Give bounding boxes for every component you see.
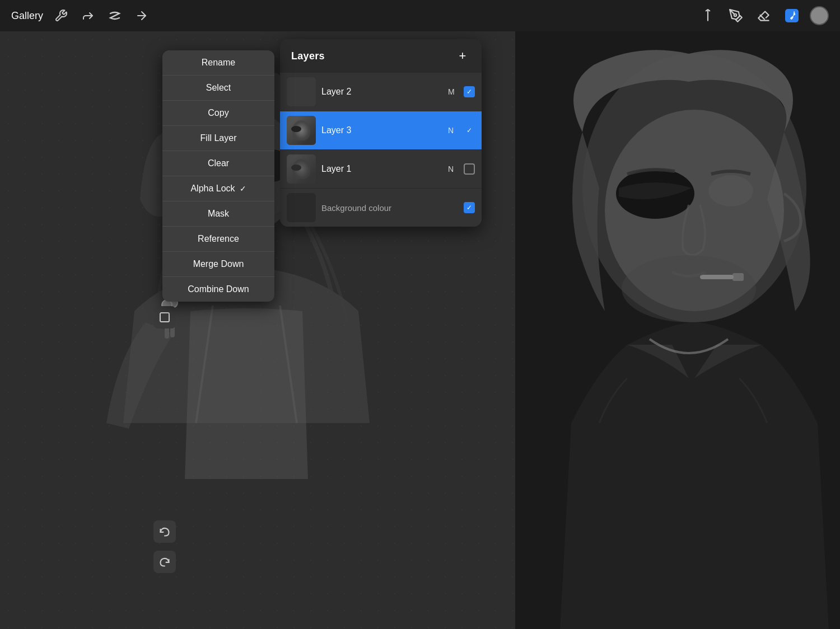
layer-thumbnail <box>287 154 316 184</box>
layer-info: Layer 2 <box>321 87 442 97</box>
svg-point-15 <box>708 175 753 206</box>
layer-name: Layer 1 <box>321 164 442 174</box>
menu-item-copy[interactable]: Copy <box>162 101 274 126</box>
alpha-lock-check: ✓ <box>240 184 246 193</box>
reference-photo <box>515 31 840 629</box>
layer-controls: M <box>448 86 475 97</box>
pen-tool[interactable] <box>726 6 746 26</box>
bg-visibility-toggle[interactable] <box>464 202 475 213</box>
layer-name: Layer 2 <box>321 87 442 97</box>
layer-thumbnail <box>287 116 316 145</box>
layer-info: Layer 3 <box>321 125 442 135</box>
layer-visibility-toggle[interactable] <box>464 163 475 175</box>
topbar-right <box>698 6 829 26</box>
layer-controls: N <box>448 125 475 136</box>
background-colour-item[interactable]: Background colour <box>280 189 482 227</box>
menu-item-reference[interactable]: Reference <box>162 227 274 252</box>
gallery-button[interactable]: Gallery <box>11 10 43 22</box>
top-bar: Gallery <box>0 0 840 31</box>
layer-mode: M <box>448 87 458 96</box>
svg-rect-3 <box>785 9 799 22</box>
layer-mode: N <box>448 165 458 173</box>
actions-icon[interactable] <box>79 7 97 25</box>
menu-item-combine-down[interactable]: Combine Down <box>162 277 274 302</box>
layers-panel: Layers + Layer 2 M Layer 3 N Layer 1 <box>280 39 482 227</box>
context-menu: Rename Select Copy Fill Layer Clear Alph… <box>162 50 274 302</box>
layer-info: Layer 1 <box>321 164 442 174</box>
eraser-tool[interactable] <box>754 6 774 26</box>
pencil-tool[interactable] <box>698 6 718 26</box>
layer-item[interactable]: Layer 2 M <box>280 73 482 111</box>
selection-icon[interactable] <box>133 7 151 25</box>
layer-controls: N <box>448 163 475 175</box>
brush-tool[interactable] <box>782 6 802 26</box>
layer-item[interactable]: Layer 1 N <box>280 150 482 189</box>
layer-item-active[interactable]: Layer 3 N <box>280 111 482 150</box>
svg-point-18 <box>622 255 756 322</box>
menu-item-alpha-lock[interactable]: Alpha Lock ✓ <box>162 176 274 201</box>
layer-name: Layer 3 <box>321 125 442 135</box>
transform-icon[interactable] <box>106 7 124 25</box>
layers-title: Layers <box>291 50 325 62</box>
svg-point-2 <box>734 14 736 16</box>
layer-visibility-toggle[interactable] <box>464 86 475 97</box>
undo-button[interactable] <box>153 520 176 543</box>
menu-item-fill-layer[interactable]: Fill Layer <box>162 126 274 151</box>
layer-visibility-toggle[interactable] <box>464 125 475 136</box>
bg-colour-thumbnail <box>287 193 316 222</box>
settings-icon[interactable] <box>52 7 70 25</box>
topbar-left: Gallery <box>11 7 151 25</box>
menu-item-clear[interactable]: Clear <box>162 151 274 176</box>
redo-button[interactable] <box>153 551 176 573</box>
menu-item-merge-down[interactable]: Merge Down <box>162 252 274 277</box>
color-picker[interactable] <box>810 6 829 25</box>
menu-item-mask[interactable]: Mask <box>162 201 274 227</box>
layer-controls <box>464 202 475 213</box>
layer-mode: N <box>448 126 458 135</box>
menu-item-select[interactable]: Select <box>162 76 274 101</box>
bg-colour-label: Background colour <box>321 203 458 213</box>
svg-rect-19 <box>160 313 169 322</box>
layer-thumbnail <box>287 77 316 106</box>
layers-header: Layers + <box>280 39 482 73</box>
square-tool-btn[interactable] <box>153 306 176 328</box>
menu-item-rename[interactable]: Rename <box>162 50 274 76</box>
add-layer-button[interactable]: + <box>455 48 470 64</box>
photo-overlay <box>515 31 840 629</box>
